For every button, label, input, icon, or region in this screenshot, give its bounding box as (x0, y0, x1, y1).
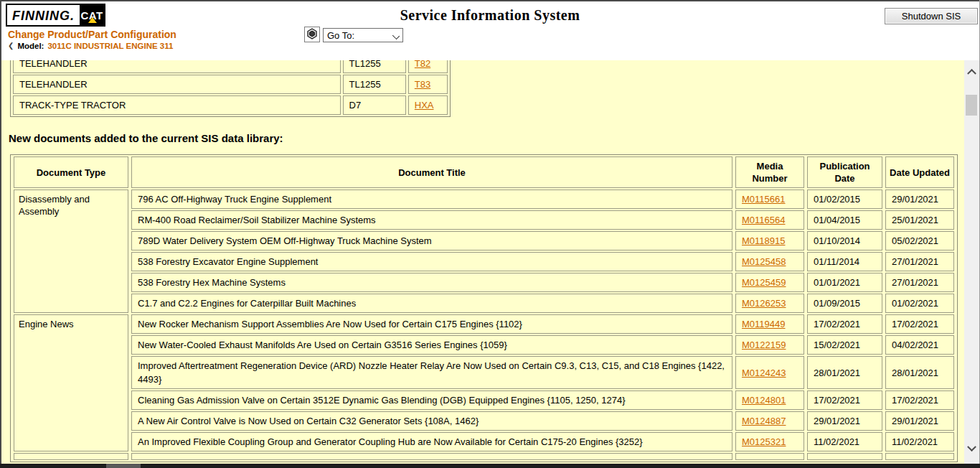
part-config-button[interactable] (304, 27, 320, 42)
publication-date-cell: 01/10/2014 (807, 231, 882, 251)
scroll-down-button[interactable] (964, 439, 979, 458)
model-cell: D7 (343, 95, 406, 115)
date-updated-cell: 11/02/2021 (885, 432, 954, 451)
document-title-cell: 789D Water Delivery System OEM Off-Highw… (131, 231, 732, 251)
col-header-publication-date: Publication Date (807, 156, 882, 188)
media-number-cell: M0125458 (735, 252, 804, 271)
date-updated-cell: 29/01/2021 (885, 189, 954, 209)
table-header-row: Document Type Document Title Media Numbe… (14, 156, 954, 188)
document-row: Engine NewsNew Rocker Mechanism Support … (14, 314, 954, 334)
document-title-cell: Cleaning Gas Admission Valve on Certain … (131, 390, 732, 410)
empty-cell (131, 453, 732, 460)
document-row: 789D Water Delivery System OEM Off-Highw… (14, 231, 954, 251)
shutdown-sis-button[interactable]: Shutdown SIS (885, 8, 978, 24)
date-updated-cell: 04/02/2021 (885, 335, 954, 355)
document-type-cell: Disassembly and Assembly (14, 189, 128, 313)
document-title-cell: New Water-Cooled Exhaust Manifolds Are U… (131, 335, 732, 355)
publication-date-cell: 01/04/2015 (807, 210, 882, 230)
document-title-cell: 796 AC Off-Highway Truck Engine Suppleme… (131, 189, 732, 209)
media-number-link[interactable]: M0118915 (742, 235, 785, 246)
page-title: Service Information System (1, 7, 979, 24)
document-title-cell: New Rocker Mechanism Support Assemblies … (131, 314, 732, 334)
publication-date-cell: 28/01/2021 (807, 356, 882, 389)
publication-date-cell: 01/01/2021 (807, 273, 882, 292)
sis-window: FINNING. CAT Service Information System … (0, 0, 980, 468)
publication-date-cell: 01/02/2015 (807, 189, 882, 209)
horizontal-scrollbar[interactable] (0, 464, 980, 468)
empty-cell (885, 453, 954, 460)
document-row: 538 Forestry Excavator Engine Supplement… (14, 252, 954, 271)
chevron-down-icon (967, 442, 976, 451)
product-table: TELEHANDLERTL1255T82TELEHANDLERTL1255T83… (10, 60, 451, 117)
media-number-link[interactable]: M0124887 (742, 416, 786, 426)
goto-select[interactable]: Go To: (323, 28, 403, 42)
scroll-up-button[interactable] (964, 62, 979, 80)
media-number-link[interactable]: M0124801 (742, 395, 786, 406)
col-header-document-title: Document Title (131, 156, 732, 188)
date-updated-cell: 17/02/2021 (885, 314, 954, 334)
media-number-link[interactable]: M0125459 (742, 277, 786, 288)
col-header-document-type: Document Type (14, 156, 128, 188)
document-row: Improved Aftertreatment Regeneration Dev… (14, 356, 954, 389)
prefix-link[interactable]: T83 (415, 79, 430, 90)
publication-date-cell: 01/09/2015 (807, 294, 882, 313)
content-area: TELEHANDLERTL1255T82TELEHANDLERTL1255T83… (1, 60, 964, 464)
date-updated-cell: 05/02/2021 (885, 231, 954, 251)
publication-date-cell: 17/02/2021 (807, 314, 882, 334)
media-number-link[interactable]: M0116564 (742, 215, 785, 225)
date-updated-cell: 29/01/2021 (885, 411, 954, 431)
media-number-link[interactable]: M0125321 (742, 436, 786, 447)
prefix-cell: T83 (408, 75, 448, 94)
document-title-cell: Improved Aftertreatment Regeneration Dev… (131, 356, 732, 389)
document-title-cell: C1.7 and C2.2 Engines for Caterpillar Bu… (131, 294, 732, 313)
media-number-cell: M0122159 (735, 335, 804, 355)
media-number-link[interactable]: M0115661 (742, 194, 785, 205)
media-number-link[interactable]: M0126253 (742, 298, 786, 309)
product-name-cell: TELEHANDLER (13, 75, 341, 94)
media-number-cell: M0124887 (735, 411, 804, 431)
publication-date-cell: 29/01/2021 (807, 411, 882, 431)
empty-cell (14, 453, 128, 460)
empty-cell (807, 453, 882, 460)
document-row: New Water-Cooled Exhaust Manifolds Are U… (14, 335, 954, 355)
date-updated-cell: 27/01/2021 (885, 252, 954, 271)
document-title-cell: 538 Forestry Excavator Engine Supplement (131, 252, 732, 271)
media-number-cell: M0118915 (735, 231, 804, 251)
empty-cell (735, 453, 804, 460)
documents-table: Document Type Document Title Media Numbe… (10, 154, 958, 462)
document-row: A New Air Control Valve is Now Used on C… (14, 411, 954, 431)
media-number-cell: M0116564 (735, 210, 804, 230)
media-number-link[interactable]: M0125458 (742, 256, 786, 267)
prefix-link[interactable]: HXA (415, 100, 434, 111)
document-row: Disassembly and Assembly796 AC Off-Highw… (14, 189, 954, 209)
hex-part-icon (306, 28, 318, 42)
model-label: Model: (17, 42, 44, 50)
date-updated-cell: 25/01/2021 (885, 210, 954, 230)
product-table-row: TRACK-TYPE TRACTORD7HXA (13, 95, 448, 115)
col-header-date-updated: Date Updated (885, 156, 954, 188)
product-table-row: TELEHANDLERTL1255T83 (13, 75, 448, 94)
media-number-link[interactable]: M0124243 (742, 368, 786, 378)
document-row: RM-400 Road Reclaimer/Soil Stabilizer Ma… (14, 210, 954, 230)
date-updated-cell: 17/02/2021 (885, 390, 954, 410)
media-number-cell: M0124243 (735, 356, 804, 389)
media-number-link[interactable]: M0119449 (742, 319, 785, 329)
media-number-link[interactable]: M0122159 (742, 340, 786, 350)
document-title-cell: An Improved Flexible Coupling Group and … (131, 432, 732, 451)
vertical-scrollbar-thumb[interactable] (966, 95, 977, 116)
goto-controls: Go To: (304, 27, 403, 42)
product-table-row: TELEHANDLERTL1255T82 (13, 60, 448, 73)
model-cell: TL1255 (343, 60, 406, 73)
window-top-border (0, 0, 980, 1)
model-cell: TL1255 (343, 75, 406, 94)
date-updated-cell: 28/01/2021 (885, 356, 954, 389)
document-row: 538 Forestry Hex Machine SystemsM0125459… (14, 273, 954, 292)
media-number-cell: M0125321 (735, 432, 804, 451)
vertical-scrollbar[interactable] (964, 60, 979, 464)
prefix-link[interactable]: T82 (415, 60, 430, 69)
prefix-cell: T82 (408, 60, 448, 73)
media-number-cell: M0124801 (735, 390, 804, 410)
chevron-left-icon[interactable]: ❮ (8, 42, 14, 50)
model-value-link[interactable]: 3011C INDUSTRIAL ENGINE 311 (47, 42, 173, 50)
horizontal-scrollbar-thumb[interactable] (106, 464, 141, 468)
